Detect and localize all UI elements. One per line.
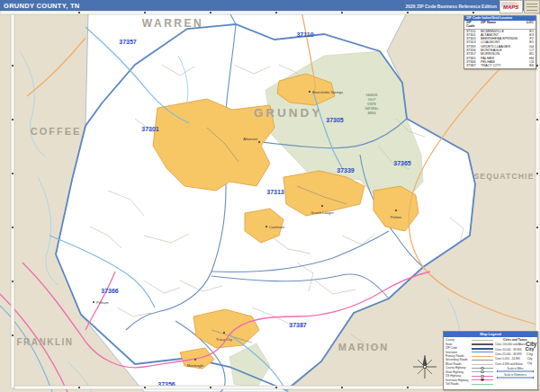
county-label-grundy: GRUNDY bbox=[254, 106, 323, 120]
map-legend: Map Legend County State ZIP Code Interst… bbox=[443, 331, 538, 390]
zip-label-37366: 37366 bbox=[101, 288, 119, 294]
scale-bar-miles: Scale in Miles bbox=[495, 368, 536, 372]
county-label-marion: MARION bbox=[338, 342, 390, 352]
svg-text:AREA: AREA bbox=[367, 111, 376, 115]
town-gruetli-laager: Gruetli-Laager bbox=[310, 210, 334, 215]
col-header-zip: ZIP Code bbox=[466, 21, 481, 29]
legend-city-class-3: Cities 25,000 - 49,999City bbox=[495, 352, 536, 356]
town-monteagle: Monteagle bbox=[187, 363, 204, 368]
marketmaps-logo: MAPS bbox=[500, 0, 523, 13]
edition-label: 2020 ZIP Code Business Reference Edition bbox=[405, 4, 497, 9]
publisher-info-box bbox=[524, 0, 540, 13]
col-header-loc: LOC bbox=[526, 21, 534, 29]
county-label-coffee: COFFEE bbox=[31, 126, 82, 137]
svg-text:GULF: GULF bbox=[368, 98, 376, 102]
table-row: 37387TRACY CITYE6 bbox=[464, 64, 536, 67]
header-bar: GRUNDY COUNTY, TN 2020 ZIP Code Business… bbox=[0, 0, 540, 11]
scale-bar-kilometers: Scale in Kilometers bbox=[495, 374, 536, 379]
zip-label-37365: 37365 bbox=[393, 160, 411, 166]
town-coalmont: Coalmont bbox=[269, 225, 285, 229]
legend-city-class-5: Cities 4,999 and BelowCity bbox=[495, 361, 536, 366]
town-altamont: Altamont bbox=[243, 137, 258, 141]
zip-label-37339: 37339 bbox=[337, 167, 355, 174]
col-header-name: ZIP Name bbox=[481, 21, 526, 29]
map-sheet: GRUNDY COUNTY, TN 2020 ZIP Code Business… bbox=[0, 0, 540, 392]
legend-item-toll-roads: Toll Roads bbox=[446, 382, 493, 386]
svg-text:SAVAGE: SAVAGE bbox=[366, 94, 378, 97]
town-pelham: Pelham bbox=[96, 300, 109, 305]
zip-label-37357: 37357 bbox=[119, 39, 137, 45]
page-title: GRUNDY COUNTY, TN bbox=[4, 2, 80, 10]
county-label-sequatchie: SEQUATCHIE bbox=[473, 172, 534, 181]
county-label-warren: WARREN bbox=[142, 17, 203, 30]
town-tracy-city: Tracy City bbox=[216, 337, 232, 342]
zip-label-37110: 37110 bbox=[296, 31, 313, 38]
zip-label-37301: 37301 bbox=[141, 126, 159, 132]
svg-text:NATURAL: NATURAL bbox=[364, 107, 378, 111]
town-beersheba-springs: Beersheba Springs bbox=[312, 90, 343, 94]
zip-index-table: ZIP Code Index/Grid Locator ZIP Code ZIP… bbox=[464, 15, 536, 69]
zip-table-header-row: ZIP Code ZIP Name LOC bbox=[464, 21, 536, 30]
zip-label-37305: 37305 bbox=[326, 117, 344, 123]
logo-text: MAPS bbox=[503, 4, 518, 10]
town-palmer: Palmer bbox=[391, 215, 402, 219]
zip-label-37313: 37313 bbox=[266, 189, 284, 195]
svg-text:STATE: STATE bbox=[367, 102, 376, 106]
zip-label-37387: 37387 bbox=[289, 322, 307, 328]
county-label-franklin: FRANKLIN bbox=[16, 337, 73, 347]
